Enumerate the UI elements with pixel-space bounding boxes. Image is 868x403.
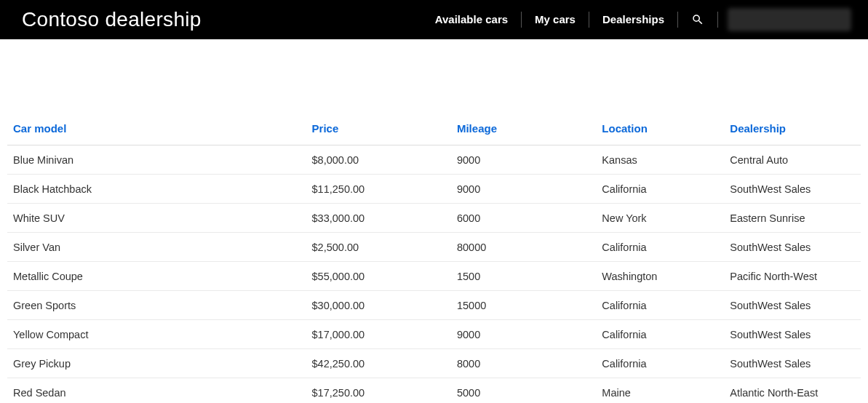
cell-dealership: Eastern Sunrise	[724, 204, 861, 233]
table-row[interactable]: Green Sports$30,000.0015000CaliforniaSou…	[7, 291, 861, 320]
cell-price: $11,250.00	[306, 175, 451, 204]
cell-model: Black Hatchback	[7, 175, 306, 204]
cell-location: California	[596, 233, 724, 262]
cell-location: California	[596, 291, 724, 320]
cell-location: California	[596, 320, 724, 349]
user-menu[interactable]	[728, 9, 851, 31]
nav: Available cars My cars Dealerships	[422, 0, 851, 39]
cell-location: California	[596, 349, 724, 378]
table-row[interactable]: Black Hatchback$11,250.009000CaliforniaS…	[7, 175, 861, 204]
cell-dealership: Atlantic North-East	[724, 378, 861, 404]
page-title: Contoso dealership	[22, 8, 202, 31]
nav-separator	[717, 12, 718, 28]
cell-model: Grey Pickup	[7, 349, 306, 378]
cell-price: $17,000.00	[306, 320, 451, 349]
cars-table: Car model Price Mileage Location Dealers…	[7, 112, 861, 403]
col-header-dealership[interactable]: Dealership	[724, 112, 861, 145]
cell-price: $30,000.00	[306, 291, 451, 320]
cell-location: New York	[596, 204, 724, 233]
table-header-row: Car model Price Mileage Location Dealers…	[7, 112, 861, 145]
cell-price: $2,500.00	[306, 233, 451, 262]
cell-model: Silver Van	[7, 233, 306, 262]
cell-location: Maine	[596, 378, 724, 404]
cell-mileage: 9000	[451, 320, 596, 349]
cell-mileage: 6000	[451, 204, 596, 233]
col-header-location[interactable]: Location	[596, 112, 724, 145]
cell-model: Green Sports	[7, 291, 306, 320]
cell-dealership: SouthWest Sales	[724, 291, 861, 320]
table-row[interactable]: Silver Van$2,500.0080000CaliforniaSouthW…	[7, 233, 861, 262]
cell-mileage: 9000	[451, 175, 596, 204]
nav-dealerships[interactable]: Dealerships	[589, 12, 677, 27]
cell-dealership: SouthWest Sales	[724, 233, 861, 262]
cell-mileage: 8000	[451, 349, 596, 378]
table-row[interactable]: Yellow Compact$17,000.009000CaliforniaSo…	[7, 320, 861, 349]
col-header-mileage[interactable]: Mileage	[451, 112, 596, 145]
table-row[interactable]: Red Sedan$17,250.005000MaineAtlantic Nor…	[7, 378, 861, 404]
table-row[interactable]: Grey Pickup$42,250.008000CaliforniaSouth…	[7, 349, 861, 378]
col-header-price[interactable]: Price	[306, 112, 451, 145]
nav-available-cars[interactable]: Available cars	[422, 12, 521, 27]
cell-location: California	[596, 175, 724, 204]
cell-price: $8,000.00	[306, 145, 451, 175]
cell-mileage: 15000	[451, 291, 596, 320]
cell-model: White SUV	[7, 204, 306, 233]
cell-price: $42,250.00	[306, 349, 451, 378]
cell-dealership: SouthWest Sales	[724, 320, 861, 349]
table-row[interactable]: Blue Minivan$8,000.009000KansasCentral A…	[7, 145, 861, 175]
cell-mileage: 5000	[451, 378, 596, 404]
cell-price: $33,000.00	[306, 204, 451, 233]
cell-dealership: Pacific North-West	[724, 262, 861, 291]
cell-price: $17,250.00	[306, 378, 451, 404]
header: Contoso dealership Available cars My car…	[0, 0, 868, 39]
table-row[interactable]: Metallic Coupe$55,000.001500WashingtonPa…	[7, 262, 861, 291]
nav-my-cars[interactable]: My cars	[522, 12, 589, 27]
cell-model: Blue Minivan	[7, 145, 306, 175]
search-icon[interactable]	[678, 13, 717, 26]
table-row[interactable]: White SUV$33,000.006000New YorkEastern S…	[7, 204, 861, 233]
cell-mileage: 80000	[451, 233, 596, 262]
cell-dealership: Central Auto	[724, 145, 861, 175]
cell-location: Washington	[596, 262, 724, 291]
cell-dealership: SouthWest Sales	[724, 349, 861, 378]
cell-dealership: SouthWest Sales	[724, 175, 861, 204]
cell-price: $55,000.00	[306, 262, 451, 291]
cell-model: Metallic Coupe	[7, 262, 306, 291]
cell-mileage: 1500	[451, 262, 596, 291]
content: Car model Price Mileage Location Dealers…	[0, 112, 868, 403]
cell-location: Kansas	[596, 145, 724, 175]
cell-mileage: 9000	[451, 145, 596, 175]
cell-model: Red Sedan	[7, 378, 306, 404]
cell-model: Yellow Compact	[7, 320, 306, 349]
col-header-model[interactable]: Car model	[7, 112, 306, 145]
